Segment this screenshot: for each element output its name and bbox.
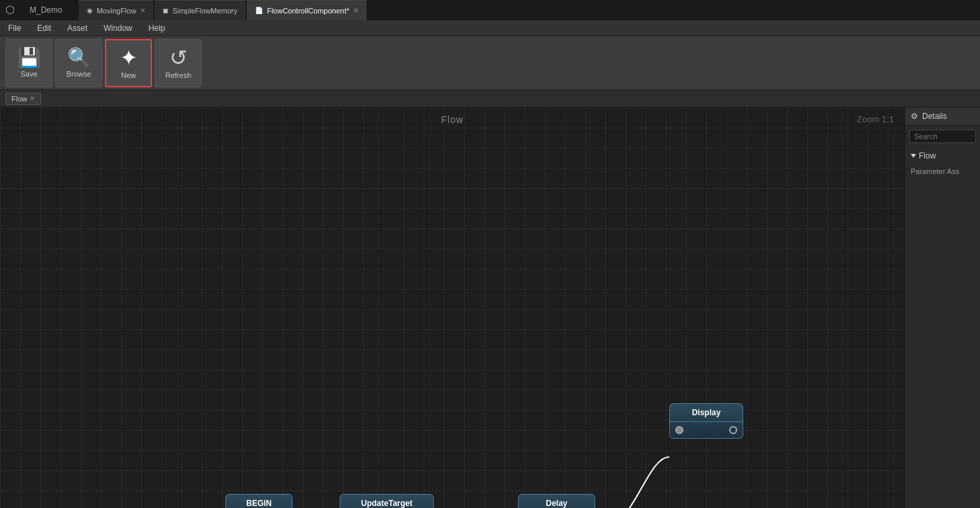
tab-label-moving-flow: MovingFlow — [97, 7, 137, 15]
node-display-output-pin — [729, 426, 737, 434]
save-icon: 💾 — [17, 48, 41, 67]
node-display-body — [670, 422, 743, 438]
details-header: ⚙ Details — [905, 108, 980, 126]
app-icon: ⬡ — [5, 3, 19, 17]
flow-section-label: Flow — [919, 151, 936, 161]
save-button[interactable]: 💾 Save — [5, 39, 52, 87]
menu-edit[interactable]: Edit — [34, 22, 54, 34]
tab-icon-simple-flow-memory: ◼ — [163, 7, 168, 14]
node-delay[interactable]: Delay — [518, 494, 595, 508]
search-input[interactable] — [909, 130, 976, 143]
tab-group: ◉ MovingFlow ✕ ◼ SimpleFlowMemory 📄 Flow… — [79, 0, 367, 20]
tab-label-flow-controll-component: FlowControllComponent* — [267, 7, 349, 15]
breadcrumb-item[interactable]: Flow ✕ — [5, 93, 41, 105]
flow-section: Flow — [905, 147, 980, 165]
menu-help[interactable]: Help — [146, 22, 168, 34]
details-icon: ⚙ — [911, 112, 918, 121]
tab-icon-flow-controll-component: 📄 — [255, 7, 263, 14]
node-display[interactable]: Display — [669, 403, 743, 439]
browse-button[interactable]: 🔍 Browse — [55, 39, 102, 87]
canvas-area[interactable]: Flow Zoom 1:1 BEGIN UpdateTarget — [0, 108, 905, 508]
menu-asset[interactable]: Asset — [65, 22, 90, 34]
details-label: Details — [922, 112, 947, 121]
flow-section-header[interactable]: Flow — [911, 150, 975, 162]
node-update-target-header: UpdateTarget — [340, 495, 433, 508]
main-area: Flow Zoom 1:1 BEGIN UpdateTarget — [0, 108, 980, 508]
tab-icon-moving-flow: ◉ — [87, 7, 93, 14]
toolbar: 💾 Save 🔍 Browse ✦ New ↺ Refresh — [0, 36, 980, 90]
menu-file[interactable]: File — [5, 22, 24, 34]
refresh-label: Refresh — [165, 71, 192, 79]
browse-icon: 🔍 — [67, 48, 91, 67]
right-panel: ⚙ Details Flow Parameter Ass — [905, 108, 980, 508]
menu-window[interactable]: Window — [101, 22, 135, 34]
menu-bar: File Edit Asset Window Help — [0, 20, 980, 36]
save-label: Save — [20, 70, 37, 78]
canvas-zoom: Zoom 1:1 — [857, 114, 894, 124]
tab-label-simple-flow-memory: SimpleFlowMemory — [172, 7, 237, 15]
node-begin[interactable]: BEGIN — [225, 494, 293, 508]
breadcrumb-bar: Flow ✕ — [0, 90, 980, 108]
refresh-button[interactable]: ↺ Refresh — [155, 39, 202, 87]
tab-close-flow-controll-component[interactable]: ✕ — [353, 7, 359, 14]
title-bar: ⬡ M_Demo ◉ MovingFlow ✕ ◼ SimpleFlowMemo… — [0, 0, 980, 20]
breadcrumb-label: Flow — [11, 95, 27, 103]
node-begin-header: BEGIN — [226, 495, 292, 508]
tab-moving-flow[interactable]: ◉ MovingFlow ✕ — [79, 0, 154, 20]
connections-svg — [0, 108, 905, 508]
new-button[interactable]: ✦ New — [105, 39, 152, 87]
breadcrumb-close[interactable]: ✕ — [30, 95, 35, 102]
refresh-icon: ↺ — [169, 47, 188, 69]
collapse-icon — [911, 154, 916, 158]
param-asset-label: Parameter Ass — [905, 165, 980, 178]
new-label: New — [121, 71, 136, 79]
tab-simple-flow-memory[interactable]: ◼ SimpleFlowMemory — [155, 0, 246, 20]
node-display-input-pin — [675, 426, 683, 434]
browse-label: Browse — [67, 70, 91, 78]
node-display-header: Display — [670, 404, 743, 422]
tab-flow-controll-component[interactable]: 📄 FlowControllComponent* ✕ — [247, 0, 367, 20]
tab-close-moving-flow[interactable]: ✕ — [140, 7, 145, 14]
app-name: M_Demo — [30, 5, 63, 15]
node-update-target[interactable]: UpdateTarget — [340, 494, 434, 508]
canvas-title: Flow — [441, 114, 464, 125]
node-delay-header: Delay — [519, 495, 595, 508]
new-icon: ✦ — [120, 47, 138, 69]
